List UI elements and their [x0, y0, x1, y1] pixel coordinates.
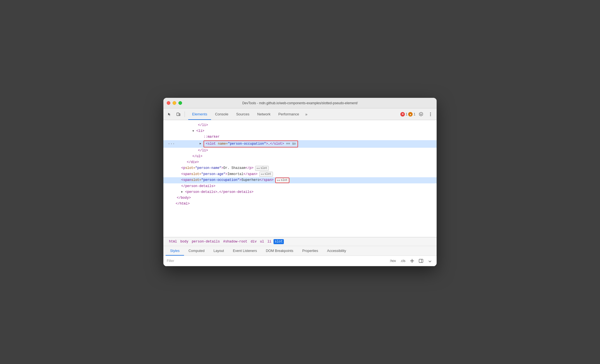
tab-event-listeners[interactable]: Event Listeners [228, 246, 261, 256]
slot-link-badge[interactable]: slot [259, 172, 273, 177]
toolbar-divider [185, 111, 185, 117]
slot-link-badge-highlighted[interactable]: slot [275, 178, 289, 183]
dom-line[interactable]: ::marker [163, 134, 437, 140]
toolbar: Elements Console Sources Network Perform… [163, 108, 437, 120]
dom-line[interactable]: </body> [163, 195, 437, 201]
dom-line[interactable]: <span slot="person-age">Immortal</span> … [163, 171, 437, 177]
hov-button[interactable]: :hov [388, 258, 397, 263]
bottom-tabs: Styles Computed Layout Event Listeners D… [163, 246, 437, 256]
tree-expand-icon[interactable] [181, 190, 185, 194]
svg-rect-1 [179, 114, 180, 116]
cursor-icon[interactable] [166, 110, 173, 118]
tab-properties[interactable]: Properties [298, 246, 323, 256]
dom-line[interactable]: </li> [163, 122, 437, 128]
tab-styles[interactable]: Styles [166, 246, 184, 256]
traffic-lights [167, 101, 182, 105]
dom-line[interactable]: </div> [163, 159, 437, 165]
tab-computed[interactable]: Computed [184, 246, 209, 256]
breadcrumb-html[interactable]: html [168, 239, 178, 244]
tab-sources[interactable]: Sources [232, 108, 253, 120]
title-bar: DevTools - mdn.github.io/web-components-… [163, 98, 437, 108]
tab-layout[interactable]: Layout [209, 246, 229, 256]
tab-console[interactable]: Console [211, 108, 232, 120]
warning-icon: ▲ [408, 112, 413, 117]
filter-actions: :hov .cls [388, 258, 433, 264]
svg-point-4 [430, 115, 431, 116]
close-button[interactable] [167, 101, 170, 105]
tab-network[interactable]: Network [253, 108, 275, 120]
error-icon: ✕ [400, 112, 405, 117]
breadcrumb-body[interactable]: body [179, 239, 190, 244]
tab-accessibility[interactable]: Accessibility [323, 246, 350, 256]
filter-input[interactable] [176, 259, 386, 263]
dom-line[interactable]: <person-details>…</person-details> [163, 189, 437, 195]
more-options-icon[interactable] [427, 110, 434, 118]
tree-expand-icon[interactable] [200, 142, 204, 146]
slot-link-badge[interactable]: slot [255, 166, 269, 171]
filter-label: Filter [167, 259, 174, 263]
toggle-sidebar-icon[interactable] [418, 258, 424, 264]
tab-performance[interactable]: Performance [274, 108, 303, 120]
window-title: DevTools - mdn.github.io/web-components-… [242, 101, 358, 105]
more-styles-icon[interactable] [427, 258, 433, 264]
toolbar-right: ✕ 1 ▲ 1 [400, 110, 434, 118]
dom-line[interactable]: <li> [163, 128, 437, 134]
breadcrumb-slot[interactable]: slot [274, 239, 284, 244]
selected-element-box: <slot name="person-occupation">…</slot> … [204, 140, 298, 147]
filter-bar: Filter :hov .cls [163, 256, 437, 266]
dom-line[interactable]: </person-details> [163, 183, 437, 189]
minimize-button[interactable] [173, 101, 176, 105]
tab-elements[interactable]: Elements [188, 108, 211, 120]
toolbar-tabs: Elements Console Sources Network Perform… [188, 108, 310, 120]
dom-panel: </li> <li> ::marker ··· <slot name="pers… [163, 120, 437, 237]
selected-dom-line[interactable]: ··· <slot name="person-occupation">…</sl… [163, 140, 437, 148]
svg-rect-0 [177, 113, 179, 116]
dom-line[interactable]: <p slot="person-name">Dr. Shazaam</p> sl… [163, 165, 437, 171]
svg-point-3 [430, 114, 431, 115]
maximize-button[interactable] [178, 101, 182, 105]
cls-button[interactable]: .cls [399, 258, 407, 263]
devtools-window: DevTools - mdn.github.io/web-components-… [163, 98, 437, 266]
breadcrumb-li[interactable]: li [266, 239, 272, 244]
dom-line[interactable]: </html> [163, 201, 437, 207]
tree-expand-icon[interactable] [192, 129, 196, 134]
dom-line[interactable]: </li> [163, 148, 437, 154]
more-tabs-button[interactable]: » [303, 108, 310, 120]
warning-count: 1 [413, 112, 415, 116]
svg-rect-5 [419, 259, 423, 263]
breadcrumb-div[interactable]: div [250, 239, 258, 244]
breadcrumb-ul[interactable]: ul [259, 239, 265, 244]
dom-line[interactable]: </ul> [163, 154, 437, 159]
tab-dom-breakpoints[interactable]: DOM Breakpoints [261, 246, 298, 256]
device-toggle-icon[interactable] [175, 110, 182, 118]
svg-point-2 [430, 112, 431, 113]
selected-dom-line-occupation[interactable]: <span slot="person-occupation">Superhero… [163, 177, 437, 183]
error-count: 1 [406, 112, 408, 116]
breadcrumb-bar: html body person-details #shadow-root di… [163, 237, 437, 246]
bottom-panel: Styles Computed Layout Event Listeners D… [163, 246, 437, 266]
breadcrumb-person-details[interactable]: person-details [191, 239, 221, 244]
error-badge: ✕ 1 ▲ 1 [400, 112, 415, 117]
breadcrumb-shadow-root[interactable]: #shadow-root [222, 239, 248, 244]
settings-icon[interactable] [417, 110, 425, 118]
add-style-rule-icon[interactable] [409, 258, 415, 264]
